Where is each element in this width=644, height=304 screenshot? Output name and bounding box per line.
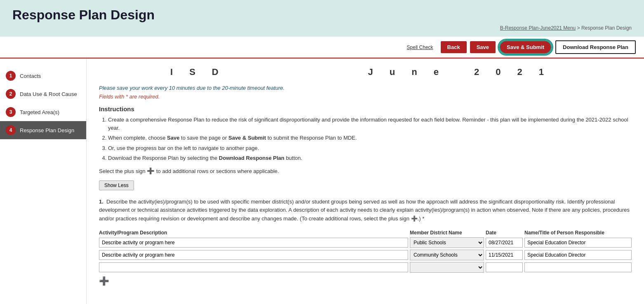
sidebar-badge-2: 2: [6, 89, 16, 99]
section1-description: 1. Describe the activity(ies)/program(s)…: [99, 198, 632, 223]
breadcrumb: B-Response Plan-June2021 Menu > Response…: [12, 25, 632, 31]
activity-table-header: Activity/Program Description Member Dist…: [99, 230, 632, 236]
table-row: Public Schools Community Schools: [99, 237, 632, 248]
isd-label: ISD: [170, 67, 235, 77]
table-row: Community Schools Public Schools: [99, 250, 632, 260]
content-title: ISD June 2021: [99, 67, 632, 77]
spell-check-link[interactable]: Spell Check: [407, 44, 433, 50]
instruction-3: Or, use the progress bar on the left to …: [108, 144, 632, 152]
sidebar-item-targeted-area[interactable]: 3 Targeted Area(s): [0, 103, 86, 121]
instruction-1: Create a comprehensive Response Plan to …: [108, 116, 632, 132]
breadcrumb-current: Response Plan Design: [581, 25, 632, 31]
breadcrumb-link[interactable]: B-Response Plan-June2021 Menu: [500, 25, 576, 31]
plus-sign-note: Select the plus sign ➕ to add additional…: [99, 167, 632, 175]
breadcrumb-separator: >: [577, 25, 581, 31]
date-input-1[interactable]: [486, 238, 523, 248]
sidebar-label-targeted-area: Targeted Area(s): [20, 109, 59, 115]
date-label: June 2021: [368, 67, 560, 77]
person-input-2[interactable]: [524, 250, 632, 260]
sidebar-item-data-use[interactable]: 2 Data Use & Root Cause: [0, 85, 86, 103]
add-row-button[interactable]: ➕: [99, 276, 109, 286]
download-button[interactable]: Download Response Plan: [555, 40, 636, 54]
timeout-notice: Please save your work every 10 minutes d…: [99, 85, 632, 91]
sidebar-label-contacts: Contacts: [20, 73, 41, 79]
col-district-header: Member District Name: [410, 230, 484, 236]
district-select-1[interactable]: Public Schools Community Schools: [410, 237, 484, 248]
instruction-2: When complete, choose Save to save the p…: [108, 134, 632, 142]
section-number: 1.: [99, 199, 103, 205]
sidebar-item-response-plan[interactable]: 4 Response Plan Design: [0, 121, 86, 139]
instructions-heading: Instructions: [99, 105, 632, 112]
required-notice: Fields with * are required.: [99, 94, 632, 100]
table-row: Public Schools Community Schools: [99, 262, 632, 273]
sidebar-badge-1: 1: [6, 71, 16, 81]
content-area: ISD June 2021 Please save your work ever…: [87, 58, 644, 304]
sidebar-badge-4: 4: [6, 125, 16, 135]
plus-circle-icon: ➕: [147, 167, 155, 174]
person-input-1[interactable]: [524, 238, 632, 248]
description-input-3[interactable]: [99, 262, 408, 272]
instructions-list: Create a comprehensive Response Plan to …: [108, 116, 632, 162]
page-header: Response Plan Design B-Response Plan-Jun…: [0, 0, 644, 37]
back-button[interactable]: Back: [441, 41, 467, 53]
date-input-3[interactable]: [486, 262, 523, 272]
save-submit-button[interactable]: Save & Submit: [499, 40, 552, 54]
description-input-2[interactable]: [99, 250, 408, 260]
save-button[interactable]: Save: [470, 41, 496, 53]
main-layout: 1 Contacts 2 Data Use & Root Cause 3 Tar…: [0, 58, 644, 304]
date-input-2[interactable]: [486, 250, 523, 260]
col-person-header: Name/Title of Person Responsible: [524, 230, 632, 236]
sidebar: 1 Contacts 2 Data Use & Root Cause 3 Tar…: [0, 58, 87, 304]
toolbar: Spell Check Back Save Save & Submit Down…: [0, 37, 644, 58]
col-date-header: Date: [486, 230, 523, 236]
description-input-1[interactable]: [99, 238, 408, 248]
sidebar-badge-3: 3: [6, 107, 16, 117]
person-input-3[interactable]: [524, 262, 632, 272]
district-select-2[interactable]: Community Schools Public Schools: [410, 250, 484, 260]
instruction-4: Download the Response Plan by selecting …: [108, 154, 632, 162]
page-title: Response Plan Design: [12, 7, 632, 23]
sidebar-item-contacts[interactable]: 1 Contacts: [0, 67, 86, 85]
col-description-header: Activity/Program Description: [99, 230, 408, 236]
district-select-3[interactable]: Public Schools Community Schools: [410, 262, 484, 273]
show-less-button[interactable]: Show Less: [99, 180, 134, 190]
sidebar-label-data-use: Data Use & Root Cause: [20, 91, 77, 97]
sidebar-label-response-plan: Response Plan Design: [20, 127, 74, 133]
